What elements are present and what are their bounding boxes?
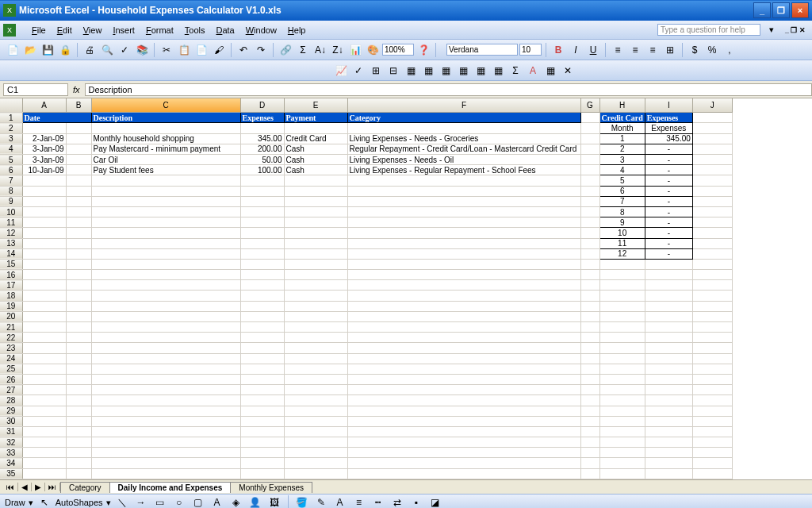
cell[interactable] xyxy=(284,206,347,217)
cell[interactable] xyxy=(347,311,580,321)
cell[interactable] xyxy=(22,458,66,468)
cell[interactable] xyxy=(91,468,240,479)
cell[interactable] xyxy=(284,448,347,458)
cell[interactable] xyxy=(91,217,240,228)
cell[interactable]: 7 xyxy=(599,196,645,206)
cell[interactable] xyxy=(599,270,645,280)
cell[interactable] xyxy=(66,270,91,280)
sheet-tab[interactable]: Daily Income and Expenses xyxy=(109,482,232,493)
cell[interactable] xyxy=(580,448,599,458)
cell[interactable] xyxy=(692,385,732,395)
cell[interactable] xyxy=(22,343,66,353)
row-header[interactable]: 17 xyxy=(0,280,22,291)
cell[interactable] xyxy=(66,196,91,206)
cell[interactable]: - xyxy=(645,144,692,154)
select-icon[interactable]: ↖ xyxy=(36,495,52,508)
cell[interactable] xyxy=(22,385,66,395)
hyperlink-icon[interactable]: 🔗 xyxy=(278,42,293,58)
cell[interactable] xyxy=(692,416,732,426)
cell[interactable] xyxy=(22,280,66,291)
preview-icon[interactable]: 🔍 xyxy=(99,42,115,58)
name-box[interactable] xyxy=(3,83,68,96)
cell[interactable] xyxy=(692,259,732,269)
align-right-icon[interactable]: ≡ xyxy=(645,42,661,58)
undo-icon[interactable]: ↶ xyxy=(236,42,251,58)
cell[interactable]: 345.00 xyxy=(645,133,692,144)
cell[interactable]: 4 xyxy=(599,165,645,175)
cell[interactable] xyxy=(284,301,347,311)
cell[interactable] xyxy=(645,385,692,395)
cell[interactable] xyxy=(66,364,91,374)
cell[interactable] xyxy=(66,186,91,196)
cell[interactable] xyxy=(599,426,645,437)
diagram-icon[interactable]: ◈ xyxy=(228,495,244,508)
cell[interactable] xyxy=(645,311,692,321)
menu-file[interactable]: File xyxy=(26,23,52,37)
cell[interactable]: Cash xyxy=(284,144,347,154)
menu-insert[interactable]: Insert xyxy=(107,23,140,37)
cell[interactable] xyxy=(66,248,91,259)
row-header[interactable]: 23 xyxy=(0,343,22,353)
cell[interactable] xyxy=(22,238,66,248)
cell[interactable] xyxy=(284,374,347,384)
cell[interactable] xyxy=(347,123,580,133)
cell[interactable] xyxy=(22,196,66,206)
cell[interactable] xyxy=(580,123,599,133)
cell[interactable] xyxy=(347,175,580,186)
cell[interactable] xyxy=(580,238,599,248)
chart-icon[interactable]: 📊 xyxy=(347,42,363,58)
cell[interactable] xyxy=(692,206,732,217)
cell[interactable] xyxy=(240,364,284,374)
cell[interactable] xyxy=(347,416,580,426)
cell[interactable] xyxy=(284,248,347,259)
cell[interactable] xyxy=(347,196,580,206)
cell[interactable] xyxy=(66,291,91,301)
cell[interactable]: 100.00 xyxy=(240,165,284,175)
row-header[interactable]: 10 xyxy=(0,206,22,217)
tb2-icon[interactable]: ▦ xyxy=(438,63,454,79)
cell[interactable] xyxy=(599,458,645,468)
cell[interactable] xyxy=(66,468,91,479)
cell[interactable] xyxy=(240,175,284,186)
row-header[interactable]: 24 xyxy=(0,353,22,364)
doc-close-button[interactable]: _ ❐ ✕ xyxy=(782,26,809,34)
font-selector[interactable] xyxy=(446,44,518,56)
bold-icon[interactable]: B xyxy=(550,42,566,58)
autosum-icon[interactable]: Σ xyxy=(295,42,311,58)
cell[interactable] xyxy=(580,165,599,175)
row-header[interactable]: 11 xyxy=(0,217,22,228)
tb2-icon[interactable]: ▦ xyxy=(473,63,488,79)
cell[interactable]: Monthly household shopping xyxy=(91,133,240,144)
cell[interactable] xyxy=(22,228,66,238)
cell[interactable] xyxy=(580,311,599,321)
cell[interactable] xyxy=(240,301,284,311)
cell[interactable] xyxy=(22,301,66,311)
cell[interactable] xyxy=(692,280,732,291)
cell[interactable]: Living Expenses - Regular Repayment - Sc… xyxy=(347,165,580,175)
cell[interactable] xyxy=(692,228,732,238)
cell[interactable] xyxy=(347,426,580,437)
open-icon[interactable]: 📂 xyxy=(22,42,38,58)
cell[interactable] xyxy=(284,333,347,343)
cell[interactable] xyxy=(580,144,599,154)
cell[interactable] xyxy=(580,322,599,333)
save-icon[interactable]: 💾 xyxy=(40,42,56,58)
cell[interactable] xyxy=(645,416,692,426)
tb2-icon[interactable]: ✕ xyxy=(560,63,576,79)
cell[interactable] xyxy=(347,228,580,238)
cell[interactable] xyxy=(284,238,347,248)
cell[interactable] xyxy=(22,416,66,426)
cell[interactable] xyxy=(347,353,580,364)
row-header[interactable]: 29 xyxy=(0,406,22,416)
column-header[interactable]: H xyxy=(599,98,645,113)
cell[interactable]: - xyxy=(645,155,692,165)
cell[interactable] xyxy=(692,144,732,154)
cell[interactable] xyxy=(580,196,599,206)
row-header[interactable]: 22 xyxy=(0,333,22,343)
cell[interactable] xyxy=(580,374,599,384)
cell[interactable]: 10 xyxy=(599,228,645,238)
cell[interactable] xyxy=(580,291,599,301)
minimize-button[interactable]: _ xyxy=(753,2,771,18)
cell[interactable] xyxy=(66,133,91,144)
cell[interactable] xyxy=(22,186,66,196)
